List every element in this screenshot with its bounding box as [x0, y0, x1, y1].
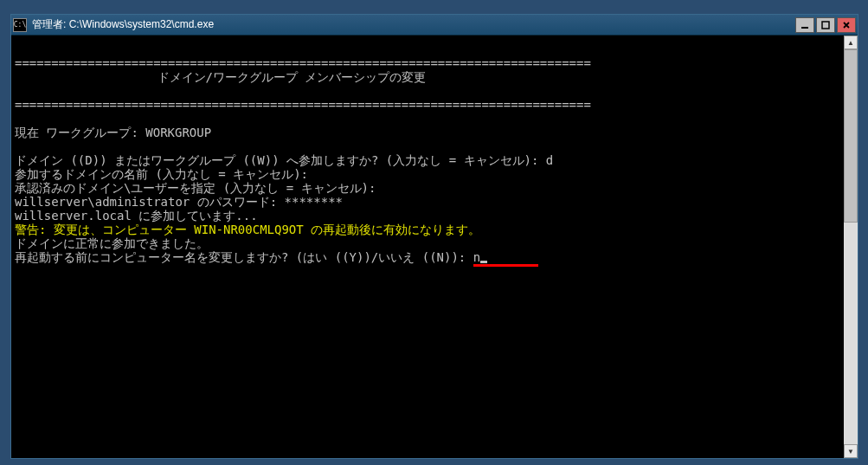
titlebar[interactable]: C:\ 管理者: C:\Windows\system32\cmd.exe — [11, 15, 858, 36]
svg-rect-0 — [801, 27, 808, 29]
success-line: ドメインに正常に参加できました。 — [15, 236, 209, 250]
section-heading: ドメイン/ワークグループ メンバーシップの変更 — [15, 70, 569, 84]
maximize-button[interactable] — [816, 17, 835, 33]
password-prompt-line: willserver\administrator のパスワード: *******… — [15, 195, 343, 209]
window-controls — [795, 17, 856, 33]
domain-name-prompt-line: 参加するドメインの名前 (入力なし = キャンセル): — [15, 167, 308, 181]
joining-line: willserver.local に参加しています... — [15, 209, 258, 223]
cursor — [480, 261, 487, 263]
auth-user-prompt-line: 承認済みのドメイン\ユーザーを指定 (入力なし = キャンセル): — [15, 181, 376, 195]
minimize-button[interactable] — [795, 17, 814, 33]
cmd-window: C:\ 管理者: C:\Windows\system32\cmd.exe ===… — [10, 14, 858, 459]
scroll-up-button[interactable]: ▲ — [844, 36, 858, 49]
current-workgroup-line: 現在 ワークグループ: WORKGROUP — [15, 126, 211, 139]
svg-rect-1 — [822, 22, 829, 29]
cmd-icon: C:\ — [13, 18, 27, 32]
user-input-underlined: n — [473, 250, 538, 267]
scroll-down-button[interactable]: ▼ — [844, 444, 858, 458]
warning-line: 警告: 変更は、コンピューター WIN-NR00CMLQ9OT の再起動後に有効… — [15, 223, 480, 236]
scroll-thumb[interactable] — [844, 49, 858, 223]
divider-line: ========================================… — [15, 98, 591, 112]
console-area[interactable]: ========================================… — [11, 36, 844, 458]
rename-prompt-line: 再起動する前にコンピューター名を変更しますか? (はい ((Y))/いいえ ((… — [15, 250, 538, 264]
window-title: 管理者: C:\Windows\system32\cmd.exe — [32, 17, 795, 32]
join-prompt-line: ドメイン ((D)) またはワークグループ ((W)) へ参加しますか? (入力… — [15, 153, 553, 167]
divider-line: ========================================… — [15, 56, 591, 70]
close-button[interactable] — [837, 17, 856, 33]
vertical-scrollbar[interactable]: ▲ ▼ — [844, 36, 858, 458]
